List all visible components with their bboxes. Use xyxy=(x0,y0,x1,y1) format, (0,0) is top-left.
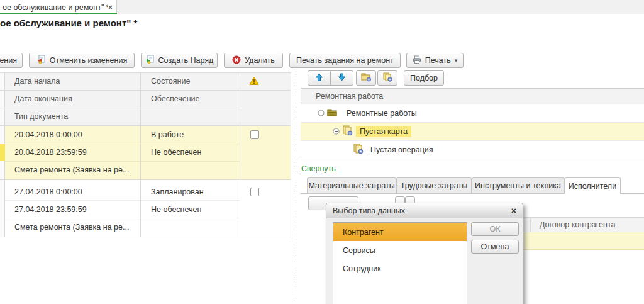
active-tab-underline xyxy=(0,13,117,14)
truncated-button[interactable]: нения xyxy=(0,53,23,68)
ok-button[interactable]: ОК xyxy=(471,222,519,236)
create-order-button[interactable]: Создать Наряд xyxy=(141,53,218,68)
folder-icon xyxy=(327,108,338,119)
col-header-state[interactable]: Состояние xyxy=(151,77,190,86)
cell-doc-type[interactable]: Смета ремонта (Заявка на ре... xyxy=(14,166,129,174)
cell-start-date[interactable]: 20.04.2018 0:00:00 xyxy=(14,130,82,139)
move-down-button[interactable] xyxy=(330,70,353,86)
grid-line xyxy=(5,218,240,218)
col-header-doc-type[interactable]: Тип документа xyxy=(14,112,68,121)
cancel-changes-button[interactable]: Отменить изменения xyxy=(29,53,135,68)
row-checkbox[interactable] xyxy=(250,188,259,196)
cell-start-date[interactable]: 27.04.2018 0:00:00 xyxy=(14,188,82,196)
grid-line xyxy=(301,159,644,159)
arrow-up-icon xyxy=(315,73,323,83)
panel-splitter[interactable] xyxy=(296,68,296,304)
chevron-down-icon: ▾ xyxy=(455,57,458,64)
list-item-services[interactable]: Сервисы xyxy=(333,241,467,259)
data-type-list: Контрагент Сервисы Сотрудник xyxy=(333,222,467,304)
list-item-employee[interactable]: Сотрудник xyxy=(333,259,467,278)
tab-executors[interactable]: Исполнители xyxy=(564,177,621,194)
close-icon[interactable]: × xyxy=(511,206,516,216)
collapse-link[interactable]: Свернуть xyxy=(301,164,336,173)
tree-node-label[interactable]: Ремонтные работы xyxy=(347,109,417,118)
card-gear-icon xyxy=(353,144,364,156)
warning-icon xyxy=(249,76,259,87)
data-type-dialog: Выбор типа данных × Контрагент Сервисы С… xyxy=(326,203,523,304)
dialog-titlebar[interactable]: Выбор типа данных × xyxy=(326,203,523,218)
tab-close-icon[interactable]: × xyxy=(108,3,113,12)
pick-button[interactable]: Подбор xyxy=(404,70,444,86)
tree-header-label[interactable]: Ремонтная работа xyxy=(316,92,383,101)
dialog-title: Выбор типа данных xyxy=(333,206,405,215)
grid-line xyxy=(5,144,240,144)
contract-row-selected[interactable] xyxy=(524,232,644,250)
tree-node-label[interactable]: Пустая операция xyxy=(370,145,433,154)
window-tab-label: ое обслуживание и ремонт" * xyxy=(3,3,108,12)
grid-line xyxy=(0,72,291,73)
cell-end-date[interactable]: 20.04.2018 23:59:59 xyxy=(14,148,87,157)
grid-line xyxy=(0,108,240,108)
grid-line xyxy=(5,200,240,201)
add-operation-button[interactable] xyxy=(377,70,397,86)
col-header-start-date[interactable]: Дата начала xyxy=(14,77,60,86)
column-border xyxy=(140,72,141,237)
printer-icon xyxy=(413,55,421,66)
tab-material-costs[interactable]: Материальные затраты xyxy=(307,177,396,193)
card-gear-icon xyxy=(342,125,353,138)
delete-icon xyxy=(232,55,241,66)
column-border xyxy=(291,72,291,237)
tab-tools-equipment[interactable]: Инструменты и техника xyxy=(472,177,564,193)
row-checkbox[interactable] xyxy=(250,130,259,139)
add-group-button[interactable] xyxy=(356,70,376,86)
cancel-button[interactable]: Отмена xyxy=(471,240,519,254)
move-up-button[interactable] xyxy=(308,70,331,86)
tree-node-label-selected[interactable]: Пустая карта xyxy=(356,126,411,137)
grid-line xyxy=(5,161,240,162)
arrow-down-icon xyxy=(338,73,346,83)
column-border xyxy=(530,217,531,232)
column-border xyxy=(240,72,240,237)
list-item-kontragent[interactable]: Контрагент xyxy=(333,223,467,241)
collapse-node-icon[interactable] xyxy=(318,110,325,116)
cell-end-date[interactable]: 27.04.2018 23:59:59 xyxy=(14,205,87,214)
current-row-marker xyxy=(0,144,5,161)
cell-state[interactable]: В работе xyxy=(151,130,184,139)
grid-line xyxy=(0,90,291,91)
tree-node-empty-operation[interactable] xyxy=(301,141,644,159)
delete-button[interactable]: Удалить xyxy=(224,53,283,68)
col-header-supply[interactable]: Обеспечение xyxy=(151,94,200,103)
collapse-node-icon[interactable] xyxy=(333,128,340,135)
print-menu-button[interactable]: Печать ▾ xyxy=(406,53,464,68)
grid-line xyxy=(0,237,291,237)
cell-state[interactable]: Запланирован xyxy=(151,188,204,196)
folder-gear-icon xyxy=(361,72,372,84)
cell-doc-type[interactable]: Смета ремонта (Заявка на ре... xyxy=(14,223,129,232)
grid-line xyxy=(0,179,291,180)
cell-supply[interactable]: Не обеспечен xyxy=(151,148,201,157)
doc-create-icon xyxy=(145,55,155,66)
tab-labor-costs[interactable]: Трудовые затраты xyxy=(396,177,472,193)
print-task-button[interactable]: Печать задания на ремонт xyxy=(289,53,401,68)
page-title: ое обслуживание и ремонт" * xyxy=(0,18,137,28)
col-header-end-date[interactable]: Дата окончания xyxy=(14,94,72,103)
grid-line xyxy=(0,125,291,126)
cell-supply[interactable]: Не обеспечен xyxy=(151,205,201,214)
cards-gear-icon xyxy=(382,72,393,84)
contract-column-header-label: Договор контрагента xyxy=(540,220,615,229)
doc-undo-icon xyxy=(36,55,46,66)
